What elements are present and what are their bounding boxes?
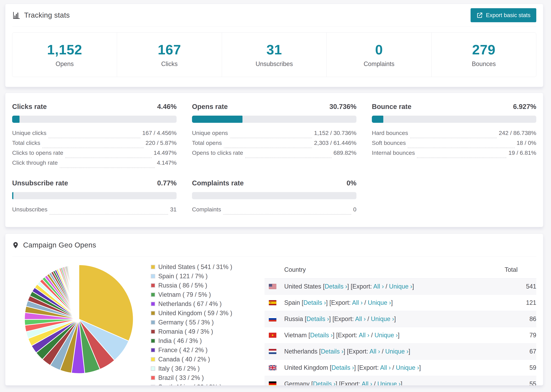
- column-header-country: Country: [269, 266, 505, 273]
- export-all-link[interactable]: All ›: [359, 332, 369, 339]
- dotted-leader: [245, 158, 332, 158]
- legend-swatch: [151, 302, 155, 306]
- flag-ru-icon: [269, 316, 276, 322]
- rate-row-label: Complaints: [192, 206, 221, 213]
- rate-row-complaints: Complaints0: [192, 206, 356, 216]
- rate-row-label: Total clicks: [12, 140, 40, 146]
- details-link[interactable]: Details ›: [310, 332, 333, 339]
- stat-value: 1,152: [47, 42, 82, 58]
- stat-value: 167: [158, 42, 181, 58]
- legend-item: Vietnam ( 79 / 5% ): [151, 291, 244, 298]
- country-cell: Vietnam [Details ›] [Export: All › / Uni…: [269, 332, 530, 339]
- geo-content: United States ( 541 / 31% )Spain ( 121 /…: [5, 257, 543, 385]
- location-pin-icon: [12, 241, 19, 249]
- export-all-link[interactable]: All ›: [380, 364, 391, 371]
- rate-row-label: Opens to clicks rate: [192, 149, 243, 156]
- total-cell: 67: [530, 348, 536, 355]
- legend-swatch: [151, 265, 155, 269]
- export-unique-link[interactable]: Unique ›: [374, 332, 398, 339]
- rate-block-opens-rate: Opens rate30.736%Unique opens1,152 / 30.…: [192, 103, 356, 169]
- legend-label: Netherlands ( 67 / 4% ): [158, 300, 222, 308]
- export-unique-link[interactable]: Unique ›: [377, 380, 401, 385]
- flag-us-icon: [269, 284, 276, 289]
- country-links: Netherlands [Details ›] [Export: All › /…: [284, 348, 410, 355]
- stat-label: Complaints: [364, 60, 395, 68]
- export-button-label: Export basic stats: [486, 12, 530, 19]
- dotted-leader: [417, 158, 506, 158]
- legend-item: India ( 46 / 3% ): [151, 337, 244, 344]
- rate-row-label: Clicks to opens rate: [12, 149, 63, 156]
- details-link[interactable]: Details ›: [325, 283, 347, 290]
- rate-row-unique-opens: Unique opens1,152 / 30.736%: [192, 130, 356, 140]
- legend-item: Romania ( 49 / 3% ): [151, 328, 244, 335]
- details-link[interactable]: Details ›: [332, 364, 354, 371]
- legend-item: France ( 42 / 2% ): [151, 347, 244, 354]
- export-all-link[interactable]: All ›: [361, 380, 372, 385]
- flag-gb-icon: [269, 365, 276, 370]
- rate-value: 30.736%: [329, 103, 356, 111]
- stat-label: Clicks: [161, 60, 178, 68]
- export-unique-link[interactable]: Unique ›: [368, 299, 391, 306]
- legend-swatch: [151, 376, 155, 380]
- campaign-geo-opens-card: Campaign Geo Opens United States ( 541 /…: [5, 234, 543, 385]
- total-cell: 79: [530, 332, 536, 339]
- country-cell: Russia [Details ›] [Export: All › / Uniq…: [269, 315, 530, 322]
- progress-bar: [12, 116, 177, 123]
- table-row-spain: Spain [Details ›] [Export: All › / Uniqu…: [265, 295, 536, 311]
- rate-row-value: 19 / 6.81%: [509, 149, 536, 156]
- details-link[interactable]: Details ›: [313, 380, 336, 385]
- export-unique-link[interactable]: Unique ›: [396, 364, 419, 371]
- legend-item: Germany ( 55 / 3% ): [151, 319, 244, 326]
- details-link[interactable]: Details ›: [304, 299, 326, 306]
- legend-swatch: [151, 293, 155, 297]
- pie-slice: [79, 265, 79, 319]
- rate-block-header: Complaints rate0%: [192, 179, 356, 187]
- legend-item: Netherlands ( 67 / 4% ): [151, 300, 244, 308]
- stat-box-unsubscribes: 31Unsubscribes: [222, 33, 327, 77]
- stat-label: Opens: [56, 60, 74, 68]
- dotted-leader: [49, 214, 168, 215]
- geo-table: Country Total United States [Details ›] …: [265, 261, 536, 385]
- table-row-germany: Germany [Details ›] [Export: All › / Uni…: [265, 376, 536, 385]
- legend-swatch: [151, 366, 155, 371]
- flag-nl-icon: [269, 349, 276, 354]
- legend-label: Canada ( 40 / 2% ): [158, 356, 210, 363]
- rate-row-label: Click through rate: [12, 159, 58, 166]
- rate-value: 0.77%: [157, 179, 177, 187]
- rate-row-value: 167 / 4.456%: [142, 130, 177, 136]
- details-link[interactable]: Details ›: [306, 315, 329, 322]
- rate-row-label: Total opens: [192, 140, 222, 146]
- rate-block-unsubscribe-rate: Unsubscribe rate0.77%Unsubscribes31: [12, 179, 177, 216]
- export-all-link[interactable]: All ›: [352, 299, 363, 306]
- export-all-link[interactable]: All ›: [373, 283, 384, 290]
- tracking-stats-title: Tracking stats: [24, 11, 70, 19]
- rate-title: Clicks rate: [12, 103, 47, 111]
- rate-row-value: 220 / 5.87%: [146, 140, 177, 146]
- total-cell: 541: [526, 283, 536, 290]
- rate-row-hard-bounces: Hard bounces242 / 86.738%: [372, 130, 536, 140]
- rate-block-header: Bounce rate6.927%: [372, 103, 536, 111]
- table-row-netherlands: Netherlands [Details ›] [Export: All › /…: [265, 343, 536, 360]
- legend-label: South Africa ( 29 / 2% ): [158, 384, 222, 385]
- legend-label: Romania ( 49 / 3% ): [158, 328, 213, 335]
- export-unique-link[interactable]: Unique ›: [385, 348, 409, 355]
- rate-row-label: Soft bounces: [372, 140, 406, 146]
- legend-item: Russia ( 86 / 5% ): [151, 282, 244, 289]
- table-row-vietnam: Vietnam [Details ›] [Export: All › / Uni…: [265, 327, 536, 343]
- export-all-link[interactable]: All ›: [355, 315, 366, 322]
- table-row-russia: Russia [Details ›] [Export: All › / Uniq…: [265, 311, 536, 327]
- legend-swatch: [151, 274, 155, 279]
- dotted-leader: [224, 147, 312, 148]
- dotted-leader: [60, 168, 155, 168]
- rate-row-value: 242 / 86.738%: [499, 130, 536, 136]
- rate-row-value: 1,152 / 30.736%: [314, 130, 356, 136]
- table-row-united-kingdom: United Kingdom [Details ›] [Export: All …: [265, 360, 536, 376]
- export-unique-link[interactable]: Unique ›: [371, 315, 394, 322]
- legend-item: South Africa ( 29 / 2% ): [151, 384, 244, 385]
- export-basic-stats-button[interactable]: Export basic stats: [471, 8, 536, 22]
- rate-row-soft-bounces: Soft bounces18 / 0%: [372, 140, 536, 149]
- export-unique-link[interactable]: Unique ›: [389, 283, 412, 290]
- details-link[interactable]: Details ›: [321, 348, 343, 355]
- export-all-link[interactable]: All ›: [369, 348, 380, 355]
- country-cell: United States [Details ›] [Export: All ›…: [269, 283, 526, 290]
